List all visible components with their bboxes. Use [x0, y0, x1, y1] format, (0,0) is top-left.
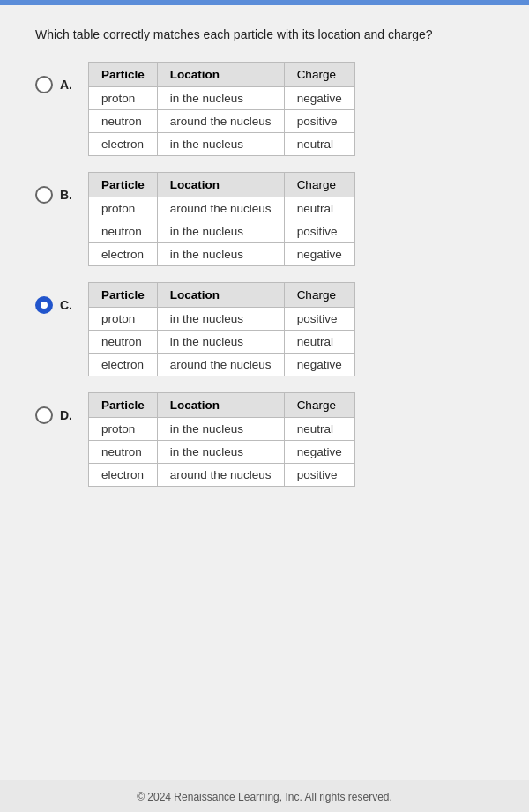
table-cell: in the nucleus [157, 307, 284, 330]
table-cell: neutral [284, 132, 354, 155]
content-area: Which table correctly matches each parti… [0, 5, 529, 780]
table-cell: in the nucleus [157, 220, 284, 242]
table-header: Location [157, 282, 284, 307]
table-row: neutronin the nucleusneutral [89, 330, 355, 353]
table-cell: proton [89, 417, 158, 440]
table-cell: around the nucleus [157, 353, 284, 376]
table-row: electronaround the nucleusnegative [89, 353, 355, 376]
table-d: ParticleLocationChargeprotonin the nucle… [88, 392, 355, 487]
page-container: Which table correctly matches each parti… [0, 0, 529, 812]
table-cell: in the nucleus [157, 330, 284, 353]
table-cell: in the nucleus [157, 440, 284, 463]
table-cell: proton [89, 197, 158, 220]
table-row: neutronin the nucleuspositive [89, 220, 355, 242]
table-header: Location [157, 172, 284, 197]
table-header: Charge [284, 282, 354, 307]
option-row-c[interactable]: C.ParticleLocationChargeprotonin the nuc… [35, 282, 494, 376]
option-label-a: A. [60, 78, 76, 92]
table-cell: neutral [284, 417, 354, 440]
table-cell: in the nucleus [157, 417, 284, 440]
table-cell: negative [284, 353, 354, 376]
table-row: electronaround the nucleuspositive [89, 463, 355, 486]
table-cell: in the nucleus [157, 242, 284, 265]
option-label-c: C. [60, 298, 76, 312]
table-cell: electron [89, 353, 158, 376]
table-cell: in the nucleus [157, 132, 284, 155]
table-header: Particle [89, 282, 158, 307]
option-label-d: D. [60, 408, 76, 422]
table-cell: positive [284, 220, 354, 242]
radio-c[interactable] [35, 296, 53, 314]
table-b: ParticleLocationChargeprotonaround the n… [88, 172, 355, 266]
option-row-d[interactable]: D.ParticleLocationChargeprotonin the nuc… [35, 392, 494, 487]
table-row: protonaround the nucleusneutral [89, 197, 355, 220]
question-text: Which table correctly matches each parti… [35, 26, 494, 44]
option-label-b: B. [60, 188, 76, 202]
table-cell: neutron [89, 440, 158, 463]
options-container: A.ParticleLocationChargeprotonin the nuc… [35, 62, 494, 503]
table-cell: neutral [284, 197, 354, 220]
table-header: Charge [284, 392, 354, 417]
table-cell: electron [89, 242, 158, 265]
table-row: electronin the nucleusneutral [89, 132, 355, 155]
table-cell: in the nucleus [157, 86, 284, 109]
table-cell: proton [89, 86, 158, 109]
table-cell: around the nucleus [157, 109, 284, 132]
table-row: electronin the nucleusnegative [89, 242, 355, 265]
table-cell: positive [284, 463, 354, 486]
table-cell: around the nucleus [157, 197, 284, 220]
table-row: protonin the nucleusneutral [89, 417, 355, 440]
table-cell: negative [284, 440, 354, 463]
table-header: Particle [89, 62, 158, 86]
table-cell: electron [89, 463, 158, 486]
option-row-a[interactable]: A.ParticleLocationChargeprotonin the nuc… [35, 62, 494, 156]
table-header: Particle [89, 172, 158, 197]
table-cell: negative [284, 86, 354, 109]
table-cell: electron [89, 132, 158, 155]
table-row: protonin the nucleusnegative [89, 86, 355, 109]
table-cell: positive [284, 109, 354, 132]
table-cell: around the nucleus [157, 463, 284, 486]
table-header: Location [157, 62, 284, 86]
footer-text: © 2024 Renaissance Learning, Inc. All ri… [0, 780, 529, 812]
table-header: Charge [284, 172, 354, 197]
radio-d[interactable] [35, 406, 53, 424]
table-cell: negative [284, 242, 354, 265]
table-cell: positive [284, 307, 354, 330]
table-c: ParticleLocationChargeprotonin the nucle… [88, 282, 355, 376]
table-cell: neutral [284, 330, 354, 353]
table-header: Charge [284, 62, 354, 86]
table-row: neutronaround the nucleuspositive [89, 109, 355, 132]
table-header: Location [157, 392, 284, 417]
table-cell: neutron [89, 220, 158, 242]
table-cell: proton [89, 307, 158, 330]
radio-b[interactable] [35, 186, 53, 204]
option-row-b[interactable]: B.ParticleLocationChargeprotonaround the… [35, 172, 494, 266]
radio-a[interactable] [35, 76, 53, 93]
table-a: ParticleLocationChargeprotonin the nucle… [88, 62, 355, 156]
table-header: Particle [89, 392, 158, 417]
table-cell: neutron [89, 109, 158, 132]
table-cell: neutron [89, 330, 158, 353]
table-row: protonin the nucleuspositive [89, 307, 355, 330]
table-row: neutronin the nucleusnegative [89, 440, 355, 463]
